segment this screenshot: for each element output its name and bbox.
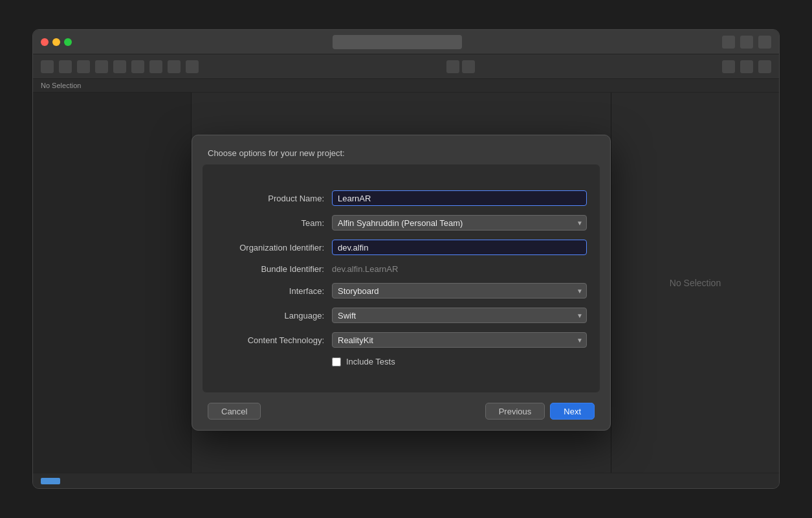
help-icon[interactable]: [758, 60, 771, 73]
xcode-window: No Selection Choose options for your new…: [32, 29, 780, 489]
language-label: Language:: [215, 311, 332, 321]
next-button[interactable]: Next: [550, 403, 595, 420]
warning-icon[interactable]: [113, 60, 126, 73]
bundle-identifier-label: Bundle Identifier:: [215, 264, 332, 274]
folder-icon[interactable]: [41, 60, 54, 73]
toolbar: [33, 54, 779, 79]
content-tech-select-wrapper: RealityKit SceneKit Metal None ▼: [332, 332, 587, 348]
team-row: Team: Alfin Syahruddin (Personal Team) N…: [215, 215, 587, 231]
no-selection-label: No Selection: [41, 82, 81, 89]
product-name-row: Product Name:: [215, 190, 587, 206]
inspector-icon[interactable]: [722, 36, 735, 49]
close-button[interactable]: [41, 38, 49, 46]
previous-button[interactable]: Previous: [485, 403, 545, 420]
language-select[interactable]: Swift Objective-C: [332, 308, 587, 323]
nav-group: [446, 60, 475, 73]
title-bar: [33, 30, 779, 54]
nav-buttons: Previous Next: [485, 403, 595, 420]
layout2-icon[interactable]: [186, 60, 199, 73]
bundle-identifier-row: Bundle Identifier: dev.alfin.LearnAR: [215, 264, 587, 274]
history-icon[interactable]: [168, 60, 181, 73]
include-tests-label: Include Tests: [346, 357, 395, 366]
interface-select[interactable]: Storyboard SwiftUI: [332, 283, 587, 298]
language-row: Language: Swift Objective-C ▼: [215, 308, 587, 323]
source-icon[interactable]: [77, 60, 90, 73]
minimize-button[interactable]: [52, 38, 60, 46]
new-project-dialog: Choose options for your new project: Pro…: [192, 135, 611, 431]
content-tech-row: Content Technology: RealityKit SceneKit …: [215, 332, 587, 348]
team-select[interactable]: Alfin Syahruddin (Personal Team) None: [332, 215, 587, 231]
traffic-lights: [41, 38, 72, 46]
env-icon[interactable]: [149, 60, 162, 73]
dialog-title: Choose options for your new project:: [208, 148, 345, 158]
org-identifier-input[interactable]: [332, 240, 587, 255]
team-label: Team:: [215, 218, 332, 228]
content-tech-label: Content Technology:: [215, 335, 332, 345]
interface-label: Interface:: [215, 286, 332, 296]
bottom-indicator: [41, 478, 60, 484]
interface-row: Interface: Storyboard SwiftUI ▼: [215, 283, 587, 298]
team-select-wrapper: Alfin Syahruddin (Personal Team) None ▼: [332, 215, 587, 231]
include-tests-row: Include Tests: [215, 357, 587, 366]
dialog-footer: Cancel Previous Next: [192, 392, 610, 430]
dialog-overlay: Choose options for your new project: Pro…: [192, 93, 611, 473]
forward-icon[interactable]: [462, 60, 475, 73]
bottom-bar: [33, 473, 779, 488]
info-icon[interactable]: [740, 60, 753, 73]
content-tech-select[interactable]: RealityKit SceneKit Metal None: [332, 332, 587, 348]
center-area: Choose options for your new project: Pro…: [192, 93, 611, 473]
dialog-body: Product Name: Team: Alfin Syahruddin (Pe…: [203, 164, 600, 392]
no-selection-bar: No Selection: [33, 79, 779, 93]
include-tests-checkbox[interactable]: [332, 357, 341, 366]
product-name-label: Product Name:: [215, 194, 332, 203]
right-panel: No Selection: [611, 93, 779, 473]
main-content: Choose options for your new project: Pro…: [33, 93, 779, 473]
layout-icon[interactable]: [758, 36, 771, 49]
search-bar[interactable]: [333, 35, 462, 49]
right-panel-no-selection: No Selection: [670, 278, 721, 288]
cancel-button[interactable]: Cancel: [208, 403, 261, 420]
back-icon[interactable]: [446, 60, 459, 73]
search-icon[interactable]: [95, 60, 108, 73]
title-bar-right: [722, 36, 771, 49]
grid-icon[interactable]: [722, 60, 735, 73]
add-icon[interactable]: [59, 60, 72, 73]
bundle-identifier-value: dev.alfin.LearnAR: [332, 264, 398, 274]
interface-select-wrapper: Storyboard SwiftUI ▼: [332, 283, 587, 298]
title-bar-center: [289, 35, 505, 49]
dialog-header: Choose options for your new project:: [192, 135, 610, 164]
sidebar: [33, 93, 192, 473]
product-name-input[interactable]: [332, 190, 587, 206]
breakpoint-icon[interactable]: [131, 60, 144, 73]
language-select-wrapper: Swift Objective-C ▼: [332, 308, 587, 323]
org-identifier-label: Organization Identifier:: [215, 243, 332, 253]
maximize-button[interactable]: [64, 38, 72, 46]
panel-icon[interactable]: [740, 36, 753, 49]
org-identifier-row: Organization Identifier:: [215, 240, 587, 255]
